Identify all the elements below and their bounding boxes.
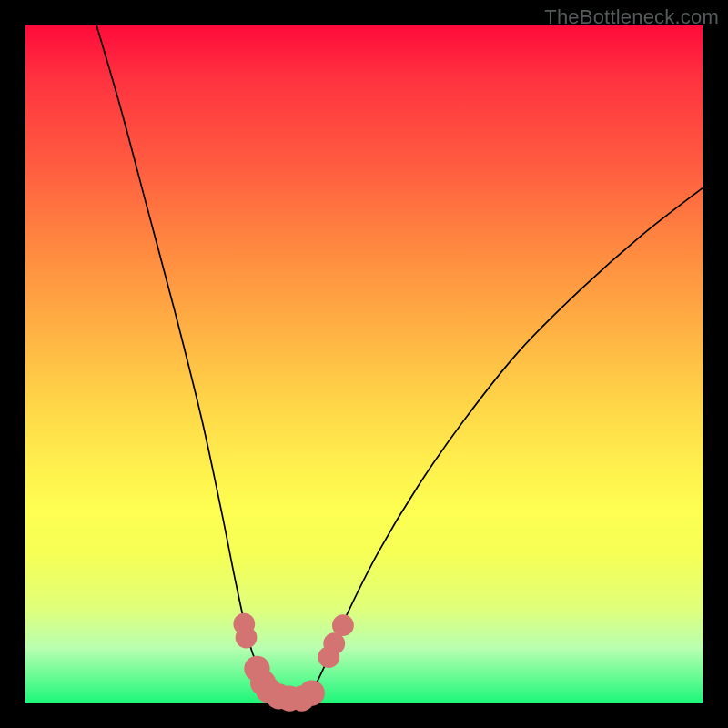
curve-marker — [299, 680, 325, 705]
marker-group — [233, 613, 353, 712]
curve-marker — [332, 614, 354, 636]
plot-area — [25, 25, 703, 703]
chart-frame: TheBottleneck.com — [0, 0, 728, 728]
bottleneck-curve — [96, 25, 703, 700]
watermark-label: TheBottleneck.com — [544, 5, 719, 29]
curve-marker — [236, 627, 258, 649]
chart-svg — [25, 25, 703, 703]
